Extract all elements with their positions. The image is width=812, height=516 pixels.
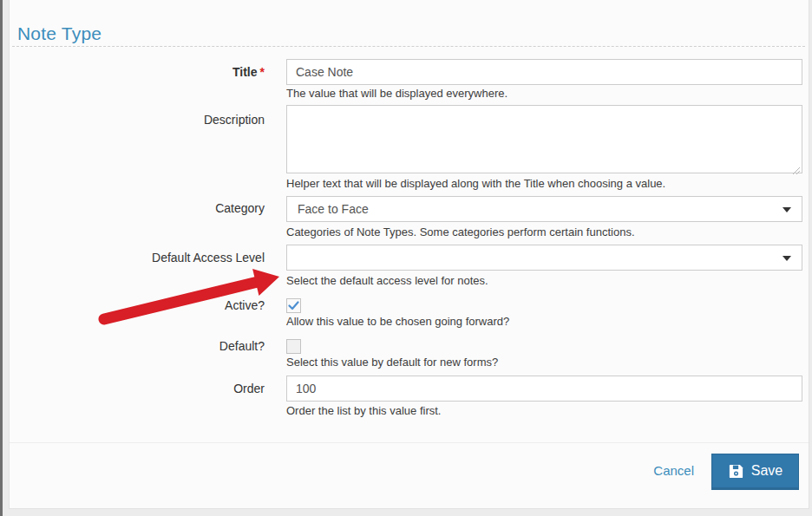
page-title: Note Type bbox=[17, 23, 102, 44]
title-label: Title* bbox=[12, 65, 265, 79]
category-select[interactable]: Face to Face bbox=[286, 196, 802, 222]
form-footer: Cancel Save bbox=[10, 442, 809, 508]
required-marker: * bbox=[260, 65, 265, 79]
order-helper-text: Order the list by this value first. bbox=[286, 404, 807, 417]
title-field-wrap bbox=[286, 59, 802, 85]
default-checkbox[interactable] bbox=[286, 339, 301, 354]
category-label: Category bbox=[12, 201, 265, 215]
note-type-form-panel: Note Type Title* The value that will be … bbox=[9, 0, 809, 509]
title-helper-text: The value that will be displayed everywh… bbox=[286, 87, 807, 100]
default-helper-text: Select this value by default for new for… bbox=[286, 356, 807, 369]
order-input[interactable] bbox=[286, 376, 802, 402]
description-helper-text: Helper text that will be displayed along… bbox=[286, 177, 807, 190]
cancel-button[interactable]: Cancel bbox=[653, 463, 694, 478]
save-button[interactable]: Save bbox=[711, 454, 799, 490]
save-floppy-icon bbox=[728, 463, 744, 480]
category-helper-text: Categories of Note Types. Some categorie… bbox=[286, 225, 807, 238]
description-label: Description bbox=[12, 113, 265, 127]
order-label: Order bbox=[12, 382, 265, 395]
default-access-level-label: Default Access Level bbox=[12, 251, 265, 265]
order-field-wrap bbox=[286, 376, 802, 402]
window-edge bbox=[0, 0, 3, 516]
active-checkbox[interactable] bbox=[286, 298, 301, 313]
active-label: Active? bbox=[12, 298, 265, 312]
resize-grip-icon[interactable] bbox=[792, 163, 801, 172]
default-access-level-helper-text: Select the default access level for note… bbox=[286, 274, 807, 287]
default-label: Default? bbox=[12, 339, 265, 353]
description-field-wrap bbox=[286, 105, 802, 173]
active-helper-text: Allow this value to be chosen going forw… bbox=[286, 315, 807, 328]
default-access-level-field-wrap bbox=[286, 245, 802, 271]
category-field-wrap: Face to Face bbox=[286, 196, 802, 222]
checkmark-icon bbox=[288, 301, 299, 310]
save-button-label: Save bbox=[751, 463, 783, 479]
caret-down-icon bbox=[783, 256, 791, 261]
title-divider bbox=[12, 46, 805, 47]
title-input[interactable] bbox=[286, 59, 802, 85]
default-access-level-select[interactable] bbox=[286, 245, 802, 271]
description-textarea[interactable] bbox=[286, 105, 802, 173]
caret-down-icon bbox=[783, 207, 791, 212]
category-select-value: Face to Face bbox=[298, 202, 369, 216]
